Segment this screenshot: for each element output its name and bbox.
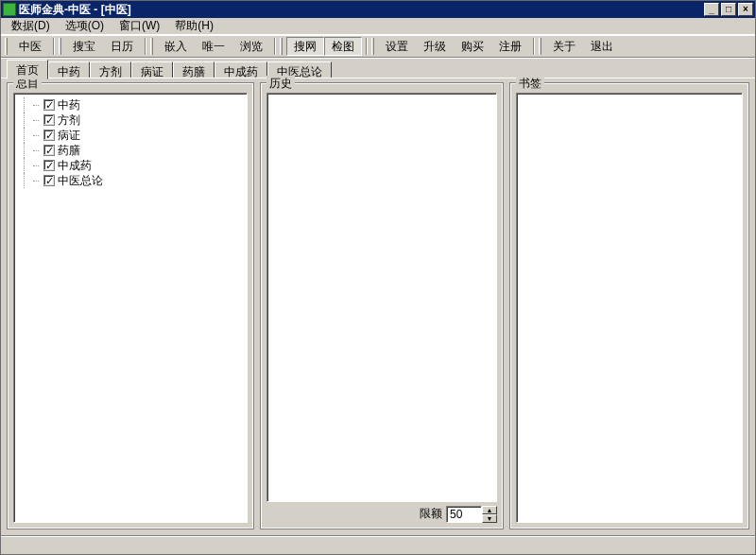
toolbar-button-exit[interactable]: 退出: [583, 37, 621, 56]
title-bar: 医师金典-中医 - [中医] _ □ ×: [1, 1, 755, 18]
tree-item[interactable]: ✓药膳: [20, 143, 241, 158]
tree-checkbox[interactable]: ✓: [43, 175, 55, 186]
toolbar-separator: [53, 38, 55, 55]
history-list[interactable]: [266, 93, 497, 502]
toolbar-grip: [150, 38, 153, 55]
menu-options[interactable]: 选项(O): [59, 17, 111, 35]
tab-2[interactable]: 方剂: [90, 61, 131, 78]
toolbar-separator: [145, 38, 146, 55]
tree-item-label: 方剂: [58, 113, 80, 129]
toolbar-grip: [59, 38, 61, 55]
panel-history: 历史 限额 ▲ ▼: [260, 82, 504, 529]
tab-1[interactable]: 中药: [48, 61, 90, 78]
toolbar-separator: [533, 38, 535, 55]
tree-item[interactable]: ✓中药: [20, 97, 241, 113]
panel-contents: 总目 ✓中药✓方剂✓病证✓药膳✓中成药✓中医总论: [7, 82, 254, 529]
menu-data[interactable]: 数据(D): [5, 17, 57, 35]
history-footer: 限额 ▲ ▼: [266, 502, 497, 523]
tab-0[interactable]: 首页: [7, 60, 48, 79]
tree-item[interactable]: ✓中医总论: [20, 173, 241, 188]
menu-help[interactable]: 帮助(H): [168, 17, 220, 35]
panel-bookmarks: 书签: [509, 82, 749, 529]
toolbar-button-unique[interactable]: 唯一: [195, 37, 232, 56]
status-bar: [1, 535, 755, 554]
tabstrip: 首页中药方剂病证药膳中成药中医总论: [1, 58, 755, 78]
tree-item[interactable]: ✓病证: [20, 128, 241, 143]
tree-item-label: 中医总论: [58, 173, 103, 189]
toolbar-button-buy[interactable]: 购买: [454, 37, 491, 56]
tree-line-icon: [33, 105, 39, 106]
toolbar-button-upgrade[interactable]: 升级: [416, 37, 454, 56]
toolbar-button-embed[interactable]: 嵌入: [157, 37, 195, 56]
maximize-button[interactable]: □: [721, 3, 736, 16]
spin-down-button[interactable]: ▼: [482, 514, 497, 523]
menu-bar: 数据(D) 选项(O) 窗口(W) 帮助(H): [1, 18, 755, 35]
tree-item-label: 中药: [58, 97, 80, 113]
toolbar-button-soubao[interactable]: 搜宝: [65, 37, 103, 56]
toolbar-button-souwang[interactable]: 搜网: [286, 37, 324, 56]
tree-line-icon: [33, 150, 39, 151]
toolbar-button-about[interactable]: 关于: [545, 37, 583, 56]
toolbar-grip: [539, 38, 541, 55]
toolbar-button-browse[interactable]: 浏览: [232, 37, 270, 56]
toolbar-grip: [280, 38, 283, 55]
toolbar-button-jiantu[interactable]: 检图: [324, 37, 362, 56]
toolbar-button-register[interactable]: 注册: [491, 37, 529, 56]
limit-input[interactable]: [446, 506, 482, 523]
tree-checkbox[interactable]: ✓: [43, 130, 55, 141]
tree-root: ✓中药✓方剂✓病证✓药膳✓中成药✓中医总论: [16, 95, 245, 190]
tree-checkbox[interactable]: ✓: [43, 99, 55, 111]
toolbar-grip: [5, 38, 8, 55]
window-title: 医师金典-中医 - [中医]: [19, 2, 702, 18]
toolbar-separator: [366, 38, 368, 55]
tree-line-icon: [33, 120, 39, 121]
tab-4[interactable]: 药膳: [173, 61, 215, 78]
tree-item[interactable]: ✓方剂: [20, 113, 241, 128]
panel-history-title: 历史: [266, 76, 295, 92]
tree-line-icon: [33, 135, 39, 136]
toolbar-separator: [274, 38, 276, 55]
tree-item-label: 中成药: [58, 158, 92, 174]
spin-up-button[interactable]: ▲: [482, 506, 497, 514]
app-icon: [3, 3, 16, 16]
tab-3[interactable]: 病证: [131, 61, 173, 78]
panel-bookmarks-title: 书签: [516, 76, 544, 92]
bookmark-list[interactable]: [516, 93, 743, 523]
toolbar-button-settings[interactable]: 设置: [378, 37, 416, 56]
tree-checkbox[interactable]: ✓: [43, 160, 55, 171]
tree-item[interactable]: ✓中成药: [20, 158, 241, 173]
tree-checkbox[interactable]: ✓: [43, 114, 55, 126]
toolbar-button-tcm[interactable]: 中医: [11, 37, 49, 56]
close-button[interactable]: ×: [738, 3, 753, 16]
spinner-buttons: ▲ ▼: [482, 506, 497, 523]
tab-5[interactable]: 中成药: [215, 61, 267, 78]
limit-spinner: ▲ ▼: [446, 506, 497, 523]
toolbar-grip: [371, 38, 374, 55]
tree-pane[interactable]: ✓中药✓方剂✓病证✓药膳✓中成药✓中医总论: [13, 93, 248, 523]
app-window: 医师金典-中医 - [中医] _ □ × 数据(D) 选项(O) 窗口(W) 帮…: [0, 0, 756, 555]
tree-checkbox[interactable]: ✓: [43, 145, 55, 156]
toolbar: 中医搜宝日历嵌入唯一浏览搜网检图设置升级购买注册关于退出: [1, 35, 755, 58]
minimize-button[interactable]: _: [704, 3, 719, 16]
main-area: 总目 ✓中药✓方剂✓病证✓药膳✓中成药✓中医总论 历史 限额 ▲ ▼: [1, 78, 755, 535]
tree-item-label: 病证: [58, 128, 80, 144]
toolbar-button-calendar[interactable]: 日历: [103, 37, 141, 56]
tree-line-icon: [33, 165, 39, 166]
tree-line-icon: [33, 181, 39, 182]
menu-window[interactable]: 窗口(W): [112, 17, 166, 35]
tree-item-label: 药膳: [58, 143, 80, 159]
limit-label: 限额: [420, 506, 442, 522]
